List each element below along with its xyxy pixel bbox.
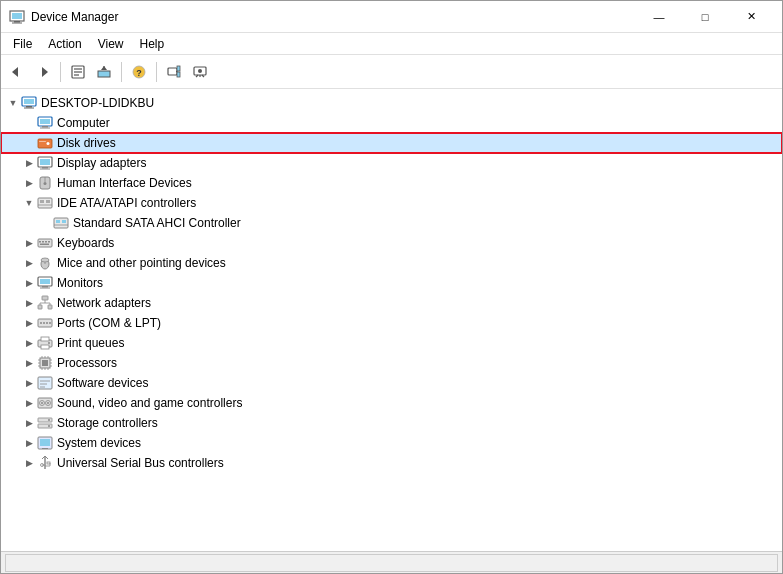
tree-root[interactable]: ▼ DESKTOP-LDIDKBU xyxy=(1,93,782,113)
display-expand[interactable]: ▶ xyxy=(21,155,37,171)
computer-icon xyxy=(21,95,37,111)
tree-processors[interactable]: ▶ xyxy=(1,353,782,373)
tree-monitors[interactable]: ▶ Monitors xyxy=(1,273,782,293)
network-expand[interactable]: ▶ xyxy=(21,295,37,311)
usb-label: Universal Serial Bus controllers xyxy=(57,456,224,470)
svg-rect-1 xyxy=(12,13,22,19)
svg-rect-31 xyxy=(40,128,50,129)
mice-expand[interactable]: ▶ xyxy=(21,255,37,271)
tree-print[interactable]: ▶ Print queues xyxy=(1,333,782,353)
usb-expand[interactable]: ▶ xyxy=(21,455,37,471)
tree-computer[interactable]: ▶ Computer xyxy=(1,113,782,133)
print-icon xyxy=(37,335,53,351)
app-icon xyxy=(9,9,25,25)
root-expand[interactable]: ▼ xyxy=(5,95,21,111)
software-label: Software devices xyxy=(57,376,148,390)
svg-rect-52 xyxy=(39,241,41,243)
scan-button[interactable] xyxy=(162,60,186,84)
menu-action[interactable]: Action xyxy=(40,33,89,54)
svg-point-105 xyxy=(48,419,50,421)
processors-icon xyxy=(37,355,53,371)
mice-label: Mice and other pointing devices xyxy=(57,256,226,270)
hid-expand[interactable]: ▶ xyxy=(21,175,37,191)
processors-expand[interactable]: ▶ xyxy=(21,355,37,371)
menu-view[interactable]: View xyxy=(90,33,132,54)
window-controls: — □ ✕ xyxy=(636,1,774,33)
forward-button[interactable] xyxy=(31,60,55,84)
minimize-button[interactable]: — xyxy=(636,1,682,33)
system-icon xyxy=(37,435,53,451)
svg-point-106 xyxy=(48,425,50,427)
help-button[interactable]: ? xyxy=(127,60,151,84)
svg-point-74 xyxy=(46,322,48,324)
software-expand[interactable]: ▶ xyxy=(21,375,37,391)
display-adapters-icon xyxy=(37,155,53,171)
svg-rect-32 xyxy=(38,139,52,148)
svg-rect-108 xyxy=(40,439,50,446)
tree-network[interactable]: ▶ Network adapters xyxy=(1,293,782,313)
update-driver-button[interactable] xyxy=(92,60,116,84)
tree-usb[interactable]: ▶ Universal Serial Bus controllers xyxy=(1,453,782,473)
menu-help[interactable]: Help xyxy=(132,33,173,54)
svg-rect-56 xyxy=(40,244,49,246)
svg-point-72 xyxy=(40,322,42,324)
tree-display-adapters[interactable]: ▶ Display adapters xyxy=(1,153,782,173)
tree-keyboards[interactable]: ▶ Keyboards xyxy=(1,233,782,253)
svg-rect-29 xyxy=(40,119,50,124)
tree-mice[interactable]: ▶ Mice and other pointing devices xyxy=(1,253,782,273)
network-icon xyxy=(37,295,53,311)
tree-ide[interactable]: ▼ IDE ATA/ATAPI controllers xyxy=(1,193,782,213)
show-hidden-button[interactable] xyxy=(188,60,212,84)
ide-label: IDE ATA/ATAPI controllers xyxy=(57,196,196,210)
menu-file[interactable]: File xyxy=(5,33,40,54)
display-adapters-label: Display adapters xyxy=(57,156,146,170)
computer-device-icon xyxy=(37,115,53,131)
close-button[interactable]: ✕ xyxy=(728,1,774,33)
status-text xyxy=(5,554,778,572)
storage-label: Storage controllers xyxy=(57,416,158,430)
storage-expand[interactable]: ▶ xyxy=(21,415,37,431)
svg-rect-17 xyxy=(177,72,180,77)
svg-rect-64 xyxy=(42,296,48,300)
svg-rect-16 xyxy=(177,66,180,71)
root-label: DESKTOP-LDIDKBU xyxy=(41,96,154,110)
svg-rect-37 xyxy=(40,159,50,165)
svg-rect-98 xyxy=(38,398,52,408)
tree-disk-drives[interactable]: ▶ Disk drives xyxy=(1,133,782,153)
svg-rect-3 xyxy=(12,22,22,23)
svg-rect-55 xyxy=(48,241,50,243)
mice-icon xyxy=(37,255,53,271)
tree-software[interactable]: ▶ Software devices xyxy=(1,373,782,393)
network-label: Network adapters xyxy=(57,296,151,310)
print-expand[interactable]: ▶ xyxy=(21,335,37,351)
hid-icon xyxy=(37,175,53,191)
tree-sound[interactable]: ▶ Sound, video and game controllers xyxy=(1,393,782,413)
tree-system[interactable]: ▶ System devices xyxy=(1,433,782,453)
sound-icon xyxy=(37,395,53,411)
tree-ports[interactable]: ▶ Ports (COM & LPT) xyxy=(1,313,782,333)
tree-sata[interactable]: ▶ Standard SATA AHCI Controller xyxy=(1,213,782,233)
device-tree[interactable]: ▼ DESKTOP-LDIDKBU ▶ xyxy=(1,89,782,551)
ports-expand[interactable]: ▶ xyxy=(21,315,37,331)
status-bar xyxy=(1,551,782,573)
svg-point-100 xyxy=(41,402,43,404)
processors-label: Processors xyxy=(57,356,117,370)
svg-rect-39 xyxy=(40,169,50,170)
system-expand[interactable]: ▶ xyxy=(21,435,37,451)
svg-rect-48 xyxy=(56,220,60,223)
svg-rect-10 xyxy=(98,71,110,77)
tree-hid[interactable]: ▶ Human Interface Devices xyxy=(1,173,782,193)
tree-storage[interactable]: ▶ Storage controllers xyxy=(1,413,782,433)
back-button[interactable] xyxy=(5,60,29,84)
ide-expand[interactable]: ▼ xyxy=(21,195,37,211)
svg-point-20 xyxy=(198,69,202,73)
svg-rect-44 xyxy=(40,200,44,203)
sound-expand[interactable]: ▶ xyxy=(21,395,37,411)
keyboards-expand[interactable]: ▶ xyxy=(21,235,37,251)
monitors-label: Monitors xyxy=(57,276,103,290)
monitors-expand[interactable]: ▶ xyxy=(21,275,37,291)
disk-drives-icon xyxy=(37,135,53,151)
svg-rect-35 xyxy=(39,141,46,142)
maximize-button[interactable]: □ xyxy=(682,1,728,33)
properties-button[interactable] xyxy=(66,60,90,84)
